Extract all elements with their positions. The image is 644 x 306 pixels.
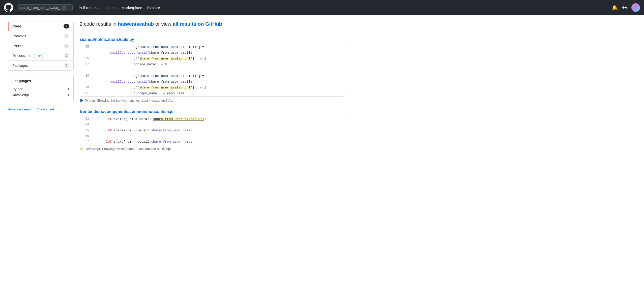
avatar[interactable] [631, 3, 640, 12]
ellipsis: ... [93, 68, 102, 73]
result-title-1: frontend/src/components/common/notice-it… [80, 109, 345, 114]
sidebar-item-commits[interactable]: Commits 0 [8, 31, 73, 41]
sidebar-badge-packages: 0 [64, 63, 69, 68]
lang-dot-javascript [80, 147, 83, 150]
line-number: 56 [80, 134, 93, 138]
lang-item-python[interactable]: Python 1 [12, 86, 69, 92]
line-code: email2contact_email(share_from_user_emai… [93, 79, 345, 84]
sidebar-item-packages[interactable]: Packages 0 [8, 61, 73, 70]
code-line-ellipsis: ... [80, 67, 345, 73]
repo-link[interactable]: haiwen/seahub [118, 21, 154, 27]
lang-item-javascript[interactable]: JavaScript 1 [12, 92, 69, 98]
header-right: 🔔 +▾ [611, 3, 640, 12]
match-count-0: Showing the top two matches [97, 99, 140, 102]
lang-label-1: JavaScript [85, 147, 100, 151]
sidebar-badge-code: 2 [64, 24, 69, 28]
lang-label-0: Python [85, 99, 95, 102]
result-title-0: seahub/notifications/utils.py [80, 37, 345, 42]
code-line-90: 90 d['share_from_user_avatar_url'] = url [80, 85, 345, 90]
page-container: Code 2 Commits 0 Issues 0 Discussions Be… [0, 15, 353, 164]
nav-explore[interactable]: Explore [147, 6, 160, 10]
lang-count-python: 1 [67, 87, 69, 91]
code-meta-1: JavaScript Showing the top match Last in… [80, 147, 345, 151]
search-input[interactable] [20, 6, 60, 10]
code-line-89a: 89 d['share_from_user_contact_email'] = [80, 73, 345, 79]
nav-issues[interactable]: Issues [106, 6, 116, 10]
code-line-56: 56 d['share_from_user_avatar_url'] = url [80, 56, 345, 62]
add-icon[interactable]: +▾ [622, 5, 627, 11]
code-block-0: 55 d['share_from_user_contact_email'] = … [80, 44, 345, 97]
line-number: 55 [80, 128, 93, 133]
line-code [93, 123, 345, 124]
line-number: 55 [80, 45, 93, 49]
code-result-0: seahub/notifications/utils.py 55 d['shar… [80, 37, 345, 102]
code-line-55b: email2contact_email(share_from_user_emai… [80, 50, 345, 56]
sidebar: Code 2 Commits 0 Issues 0 Discussions Be… [8, 21, 74, 158]
cheat-sheet-link[interactable]: Cheat sheet [36, 107, 54, 111]
line-code: d['share_from_user_avatar_url'] = url [93, 85, 345, 90]
code-line-js-54: 54 [80, 122, 345, 128]
code-line-js-56: 56 [80, 133, 345, 139]
lang-dot-python [80, 99, 83, 102]
line-number: 90 [80, 85, 93, 90]
code-meta-0: Python Showing the top two matches Last … [80, 99, 345, 102]
lang-name-python: Python [12, 87, 23, 91]
sidebar-item-discussions[interactable]: Discussions Beta 0 [8, 51, 73, 61]
code-line-js-53: 53 let avatar_url = detail.share_from_us… [80, 116, 345, 122]
main-nav: Pull requests Issues Marketplace Explore [79, 6, 160, 10]
code-line-55a: 55 d['share_from_user_contact_email'] = [80, 44, 345, 50]
sidebar-label-discussions: Discussions Beta [12, 54, 43, 58]
line-number: 54 [80, 123, 93, 127]
line-code: let shareFrom = detail.share_from_user_n… [93, 139, 345, 144]
sidebar-label-commits: Commits [12, 34, 26, 38]
line-number: 57 [80, 139, 93, 144]
line-number [80, 50, 93, 51]
results-header: 2 code results in haiwen/seahub or view … [80, 21, 345, 27]
line-code: d['share_from_user_contact_email'] = [93, 74, 345, 78]
code-line-js-57: 57 let shareFrom = detail.share_from_use… [80, 139, 345, 145]
languages-section: Languages Python 1 JavaScript 1 [8, 75, 74, 102]
or-view-text: or view [154, 21, 173, 27]
indexed-0: Last indexed on 3 Apr [142, 99, 173, 102]
indexed-1: Last indexed on 19 Apr [137, 147, 171, 151]
code-line-89b: email2contact_email(share_from_user_emai… [80, 79, 345, 85]
line-number [80, 79, 93, 80]
all-results-link[interactable]: all results on GitHub [173, 21, 222, 27]
nav-pull-requests[interactable]: Pull requests [79, 6, 101, 10]
result-file-link-1[interactable]: frontend/src/components/common/notice-it… [80, 109, 173, 114]
sidebar-label-packages: Packages [12, 64, 28, 68]
line-number: 89 [80, 74, 93, 78]
lang-name-javascript: JavaScript [12, 93, 29, 97]
line-code: d['repo_name'] = repo.name [93, 91, 345, 96]
sidebar-item-issues[interactable]: Issues 0 [8, 41, 73, 51]
line-code: d['share_from_user_avatar_url'] = url [93, 56, 345, 61]
line-code: d['share_from_user_contact_email'] = [93, 45, 345, 49]
advanced-search-link[interactable]: Advanced search [8, 107, 33, 111]
line-number: 57 [80, 62, 93, 67]
results-summary: 2 code results in [80, 21, 118, 27]
code-line-91: 91 d['repo_name'] = repo.name [80, 90, 345, 96]
line-number [80, 68, 93, 69]
sidebar-badge-commits: 0 [64, 34, 69, 38]
github-logo[interactable] [4, 3, 13, 12]
match-count-1: Showing the top match [102, 147, 135, 151]
sidebar-item-code[interactable]: Code 2 [8, 21, 73, 31]
line-code [93, 134, 345, 135]
code-block-1: 53 let avatar_url = detail.share_from_us… [80, 116, 345, 145]
code-line-57: 57 notice.detail = d [80, 62, 345, 67]
notifications-icon[interactable]: 🔔 [611, 5, 618, 11]
nav-marketplace[interactable]: Marketplace [122, 6, 142, 10]
app-header: / Pull requests Issues Marketplace Explo… [0, 0, 644, 15]
slash-badge: / [62, 6, 66, 10]
search-box[interactable]: / [17, 4, 73, 11]
result-file-link-0[interactable]: seahub/notifications/utils.py [80, 37, 134, 42]
beta-badge: Beta [34, 54, 44, 58]
filter-section: Code 2 Commits 0 Issues 0 Discussions Be… [8, 21, 74, 71]
main-content: 2 code results in haiwen/seahub or view … [80, 21, 345, 158]
sidebar-label-code: Code [12, 24, 21, 28]
line-number: 53 [80, 117, 93, 121]
sidebar-badge-discussions: 0 [64, 53, 69, 58]
code-line-js-55: 55 let shareFrom = detail.share_from_use… [80, 128, 345, 133]
lang-count-javascript: 1 [67, 93, 69, 97]
line-code: let avatar_url = detail.share_from_user_… [93, 117, 345, 121]
